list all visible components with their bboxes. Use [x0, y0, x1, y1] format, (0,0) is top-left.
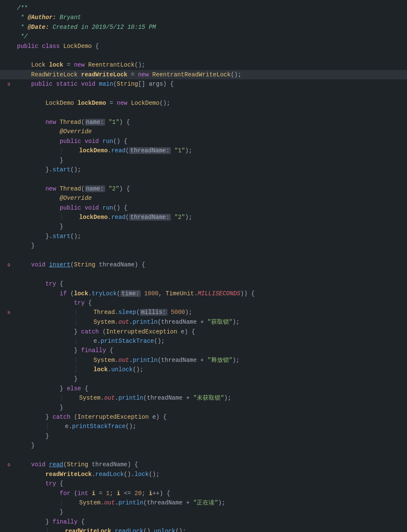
content-16: │ lockDemo.read(threadName: "1");: [14, 146, 407, 155]
content-26: }: [14, 241, 407, 250]
line-8: ReadWriteLock readWriteLock = new Reentr…: [0, 70, 407, 79]
line-53: │ System.out.println(threadName + "正在读")…: [0, 498, 407, 507]
line-2: * @Author: Bryant: [0, 13, 407, 22]
line-21: @Override: [0, 193, 407, 203]
content-3: * @Date: Created in 2019/5/12 10:15 PM: [14, 22, 407, 32]
content-9: public static void main(String[] args) {: [14, 79, 407, 89]
line-22: public void run() {: [0, 203, 407, 213]
gutter-9: 9: [0, 80, 14, 89]
content-46: }: [14, 431, 407, 441]
content-5: public class LockDemo {: [14, 42, 407, 51]
content-12: [14, 108, 407, 118]
content-10: [14, 89, 407, 98]
content-29: [14, 270, 407, 279]
content-45: │ e.printStackTrace();: [14, 422, 407, 431]
content-1: /**: [14, 3, 407, 13]
content-23: │ lockDemo.read(threadName: "2");: [14, 213, 407, 222]
line-14: @Override: [0, 127, 407, 136]
content-36: │ e.printStackTrace();: [14, 336, 407, 346]
content-43: }: [14, 403, 407, 412]
line-50: readWriteLock.readLock().lock();: [0, 470, 407, 479]
line-28: 9 void insert(String threadName) {: [0, 260, 407, 270]
content-38: │ System.out.println(threadName + "释放锁")…: [14, 356, 407, 365]
content-37: } finally {: [14, 346, 407, 355]
line-33: 9 │ Thread.sleep(millis: 5000);: [0, 308, 407, 317]
line-9: 9 public static void main(String[] args)…: [0, 79, 407, 89]
line-17: }: [0, 156, 407, 165]
line-30: try {: [0, 279, 407, 288]
line-35: } catch (InterruptedException e) {: [0, 327, 407, 336]
line-25: }.start();: [0, 232, 407, 241]
content-19: [14, 174, 407, 184]
line-41: } else {: [0, 384, 407, 393]
line-15: public void run() {: [0, 137, 407, 146]
line-12: [0, 108, 407, 118]
content-56: │ readWriteLock.readLock().unlock();: [14, 526, 407, 532]
line-29: [0, 270, 407, 279]
content-55: } finally {: [14, 517, 407, 526]
content-28: void insert(String threadName) {: [14, 260, 407, 269]
line-18: }.start();: [0, 165, 407, 174]
content-40: }: [14, 374, 407, 384]
content-6: [14, 51, 407, 60]
content-22: public void run() {: [14, 203, 407, 213]
line-39: │ lock.unlock();: [0, 365, 407, 374]
line-5: public class LockDemo {: [0, 42, 407, 51]
line-47: }: [0, 441, 407, 450]
line-23: │ lockDemo.read(threadName: "2");: [0, 213, 407, 222]
content-15: public void run() {: [14, 137, 407, 146]
content-13: new Thread(name: "1") {: [14, 118, 407, 127]
content-48: [14, 451, 407, 460]
content-11: LockDemo lockDemo = new LockDemo();: [14, 98, 407, 108]
line-36: │ e.printStackTrace();: [0, 336, 407, 346]
content-53: │ System.out.println(threadName + "正在读")…: [14, 498, 407, 507]
line-26: }: [0, 241, 407, 250]
line-48: [0, 451, 407, 460]
line-52: for (int i = 1; i <= 20; i++) {: [0, 489, 407, 498]
line-56: │ readWriteLock.readLock().unlock();: [0, 526, 407, 532]
content-14: @Override: [14, 127, 407, 136]
content-4: */: [14, 32, 407, 41]
content-2: * @Author: Bryant: [14, 13, 407, 22]
line-24: }: [0, 222, 407, 231]
gutter-28: 9: [0, 261, 14, 270]
line-40: }: [0, 374, 407, 384]
content-50: readWriteLock.readLock().lock();: [14, 470, 407, 479]
line-46: }: [0, 431, 407, 441]
line-1: /**: [0, 3, 407, 13]
line-13: new Thread(name: "1") {: [0, 118, 407, 127]
content-25: }.start();: [14, 232, 407, 241]
line-10: [0, 89, 407, 98]
content-8: ReadWriteLock readWriteLock = new Reentr…: [14, 70, 407, 79]
line-3: * @Date: Created in 2019/5/12 10:15 PM: [0, 22, 407, 32]
line-43: }: [0, 403, 407, 412]
content-27: [14, 251, 407, 260]
content-51: try {: [14, 479, 407, 488]
line-32: try {: [0, 298, 407, 308]
content-44: } catch (InterruptedException e) {: [14, 412, 407, 422]
line-6: [0, 51, 407, 60]
line-31: if (lock.tryLock(time: 1000, TimeUnit.MI…: [0, 289, 407, 298]
content-18: }.start();: [14, 165, 407, 174]
content-7: Lock lock = new ReentrantLock();: [14, 60, 407, 70]
line-42: │ System.out.println(threadName + "未获取锁"…: [0, 393, 407, 403]
gutter-49: 9: [0, 461, 14, 470]
content-34: │ System.out.println(threadName + "获取锁")…: [14, 317, 407, 327]
content-33: │ Thread.sleep(millis: 5000);: [14, 308, 407, 317]
content-49: void read(String threadName) {: [14, 460, 407, 469]
content-39: │ lock.unlock();: [14, 365, 407, 374]
code-editor: /** * @Author: Bryant * @Date: Created i…: [0, 0, 407, 532]
line-54: }: [0, 507, 407, 517]
gutter-33: 9: [0, 308, 14, 317]
content-31: if (lock.tryLock(time: 1000, TimeUnit.MI…: [14, 289, 407, 298]
line-44: } catch (InterruptedException e) {: [0, 412, 407, 422]
content-32: try {: [14, 298, 407, 308]
line-27: [0, 251, 407, 260]
content-24: }: [14, 222, 407, 231]
content-17: }: [14, 156, 407, 165]
content-21: @Override: [14, 193, 407, 203]
line-11: LockDemo lockDemo = new LockDemo();: [0, 98, 407, 108]
line-19: [0, 174, 407, 184]
line-38: │ System.out.println(threadName + "释放锁")…: [0, 356, 407, 365]
content-52: for (int i = 1; i <= 20; i++) {: [14, 489, 407, 498]
